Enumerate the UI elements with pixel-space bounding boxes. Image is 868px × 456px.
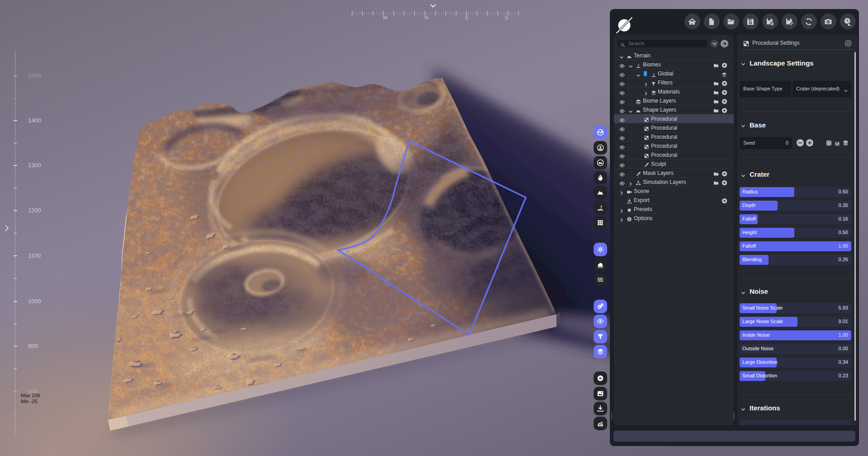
svg-text:1000: 1000: [28, 298, 41, 305]
svg-text:1300: 1300: [28, 162, 41, 169]
svg-text:1200: 1200: [28, 207, 41, 214]
svg-text:1500: 1500: [28, 72, 41, 79]
svg-text:E: E: [465, 15, 469, 20]
svg-text:1400: 1400: [28, 117, 41, 124]
svg-text:?: ?: [846, 19, 849, 23]
svg-text:W: W: [383, 15, 388, 20]
svg-text:900: 900: [28, 343, 38, 349]
svg-text:1100: 1100: [28, 252, 41, 259]
svg-text:Min -25: Min -25: [21, 399, 38, 404]
svg-text:N: N: [425, 15, 428, 20]
svg-text:S: S: [505, 15, 508, 20]
svg-text:Max 109: Max 109: [21, 393, 40, 398]
